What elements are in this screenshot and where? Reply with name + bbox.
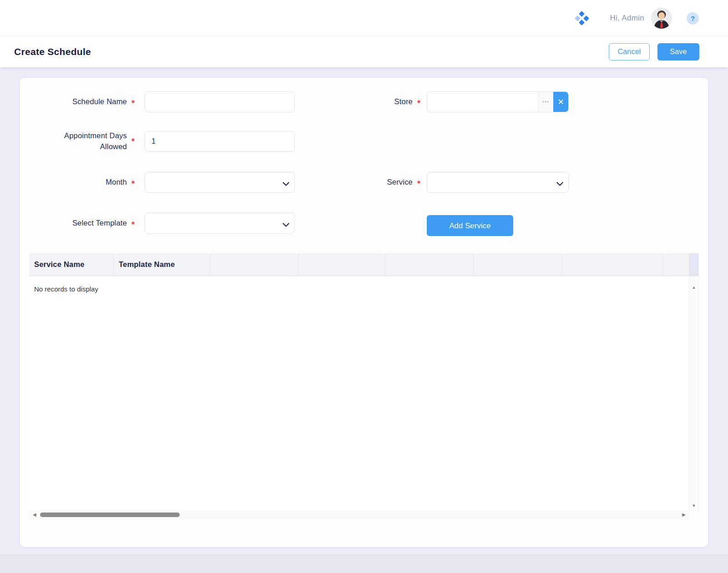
column-header-empty xyxy=(298,253,385,276)
column-header-empty xyxy=(385,253,474,276)
scrollbar-header-cell xyxy=(689,253,699,276)
top-bar: Hi, Admin ? xyxy=(0,0,728,36)
footer-band xyxy=(0,554,728,573)
service-select[interactable] xyxy=(427,172,569,193)
close-icon: ✕ xyxy=(557,97,564,107)
top-bar-right: Hi, Admin ? xyxy=(576,0,699,36)
schedule-name-input[interactable] xyxy=(145,91,295,112)
greeting-text: Hi, Admin xyxy=(610,14,644,23)
column-header-service-name: Service Name xyxy=(29,253,114,276)
column-header-template-name: Template Name xyxy=(114,253,210,276)
apps-diamond-icon[interactable] xyxy=(576,12,588,25)
appointment-days-input[interactable] xyxy=(145,131,295,152)
column-header-empty xyxy=(474,253,562,276)
required-asterisk: * xyxy=(131,180,135,188)
add-service-button[interactable]: Add Service xyxy=(427,215,513,236)
month-select[interactable] xyxy=(145,172,295,193)
create-schedule-card: Schedule Name * Store * ••• ✕ Appointmen… xyxy=(20,78,708,547)
column-header-empty xyxy=(562,253,663,276)
person-icon xyxy=(651,8,672,29)
help-icon[interactable]: ? xyxy=(687,12,699,25)
required-asterisk: * xyxy=(131,221,135,229)
required-asterisk: * xyxy=(417,180,420,188)
chevron-down-icon xyxy=(556,180,563,188)
grid-body: No records to display ▲ ▼ xyxy=(29,276,699,511)
month-label: Month * xyxy=(20,172,135,193)
scroll-up-icon[interactable]: ▲ xyxy=(689,285,698,290)
chevron-down-icon xyxy=(283,221,289,229)
empty-records-message: No records to display xyxy=(34,285,98,293)
required-asterisk: * xyxy=(131,137,135,146)
store-label: Store * xyxy=(284,91,420,112)
page-header: Create Schedule Cancel Save xyxy=(0,36,728,67)
service-label: Service * xyxy=(284,172,420,193)
services-grid: Service Name Template Name No records to… xyxy=(29,253,699,519)
save-button[interactable]: Save xyxy=(657,43,699,60)
scroll-right-icon[interactable]: ▶ xyxy=(682,511,686,519)
select-template-label: Select Template * xyxy=(20,213,135,234)
scroll-left-icon[interactable]: ◀ xyxy=(33,511,36,519)
store-clear-button[interactable]: ✕ xyxy=(553,92,568,112)
grid-header: Service Name Template Name xyxy=(29,253,699,276)
horizontal-scrollbar[interactable]: ◀ ▶ xyxy=(29,511,689,519)
required-asterisk: * xyxy=(417,99,420,107)
column-header-empty xyxy=(210,253,298,276)
store-picker: ••• ✕ xyxy=(427,91,569,112)
appointment-days-label: Appointment Days Allowed * xyxy=(20,131,135,152)
store-browse-button[interactable]: ••• xyxy=(538,92,553,112)
schedule-name-label: Schedule Name * xyxy=(20,91,135,112)
page-title: Create Schedule xyxy=(14,46,91,57)
scroll-down-icon[interactable]: ▼ xyxy=(689,503,698,508)
column-header-empty xyxy=(663,253,689,276)
user-avatar[interactable] xyxy=(651,8,672,29)
select-template-select[interactable] xyxy=(145,213,295,234)
ellipsis-icon: ••• xyxy=(542,100,549,104)
store-input[interactable] xyxy=(427,92,538,112)
cancel-button[interactable]: Cancel xyxy=(609,43,650,60)
vertical-scrollbar[interactable]: ▲ ▼ xyxy=(689,276,698,511)
horizontal-scroll-thumb[interactable] xyxy=(40,513,180,517)
required-asterisk: * xyxy=(131,99,135,107)
